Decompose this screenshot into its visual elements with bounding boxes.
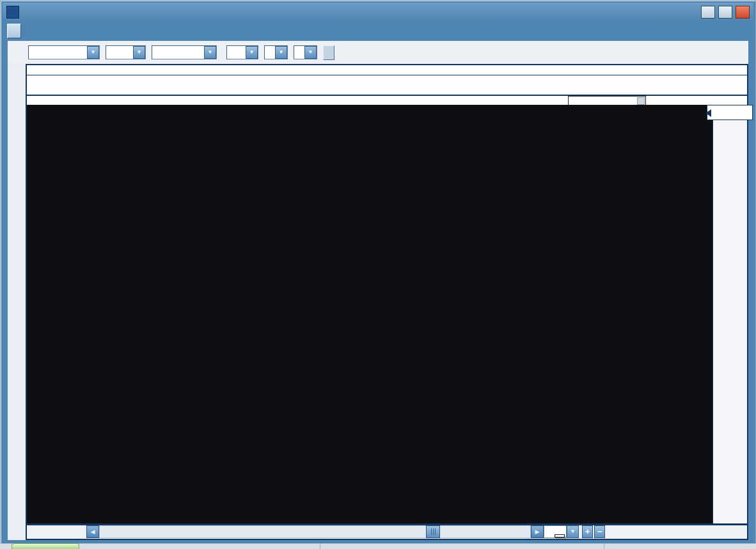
chart-frame: ◀ ▶ ▼ + −: [26, 64, 748, 540]
chart-style-value: [152, 46, 204, 59]
chevron-down-icon[interactable]: ▼: [304, 46, 317, 59]
bottom-status-bar: ◀ ▶ ▼ + −: [27, 523, 747, 539]
title-bar[interactable]: [3, 3, 753, 22]
symbol-combo[interactable]: ▼: [28, 45, 100, 59]
input-method-tooltip: [555, 534, 565, 537]
price-pointer-tag: [707, 105, 753, 120]
scroll-right-button[interactable]: ▶: [531, 525, 544, 538]
candlestick-chart-canvas[interactable]: [27, 105, 713, 523]
subchart-window: ▼ ▼ ▼ ▼ ▼ ▼: [0, 0, 756, 544]
datebox-handle-icon[interactable]: [637, 97, 645, 105]
zoom-in-button[interactable]: +: [582, 525, 593, 538]
drawing-tool-strip: [8, 64, 26, 540]
maximize-button[interactable]: [718, 6, 732, 19]
chart-count-toggle-button[interactable]: [7, 24, 21, 38]
app-icon: [6, 6, 19, 19]
chevron-down-icon[interactable]: ▼: [133, 46, 145, 59]
chart-style-combo[interactable]: ▼: [152, 45, 217, 59]
chevron-down-icon[interactable]: ▼: [275, 46, 287, 59]
client-area: ▼ ▼ ▼ ▼ ▼ ▼: [8, 41, 748, 540]
scroll-left-button[interactable]: ◀: [86, 525, 99, 538]
close-button[interactable]: [736, 6, 750, 19]
cursor-ohlc-line: [27, 65, 747, 75]
chevron-down-icon[interactable]: ▼: [87, 46, 99, 59]
price-axis: [713, 105, 747, 523]
top-strip: [7, 22, 749, 41]
extra-combo-3[interactable]: ▼: [294, 45, 317, 59]
symbol-value: [29, 46, 87, 59]
scrollbar-track[interactable]: [99, 525, 531, 538]
time-axis: [27, 95, 747, 104]
taskbar-green-tab[interactable]: [12, 543, 79, 549]
chevron-down-icon[interactable]: ▼: [246, 46, 258, 59]
extra-combo-1[interactable]: ▼: [226, 45, 258, 59]
extra-combo-2[interactable]: ▼: [264, 45, 288, 59]
chevron-down-icon[interactable]: ▼: [204, 46, 216, 59]
chart-plot-area[interactable]: [27, 105, 713, 523]
search-button[interactable]: [323, 45, 335, 60]
zoom-out-button[interactable]: −: [594, 525, 605, 538]
range-ohlc: [30, 527, 86, 536]
indicator-info-lines: [27, 75, 747, 95]
chart-toolbar: ▼ ▼ ▼ ▼ ▼ ▼: [8, 41, 748, 64]
timeframe-value: [106, 46, 133, 59]
taskbar: [0, 543, 756, 549]
minimize-button[interactable]: [701, 6, 715, 19]
timeframe-combo[interactable]: ▼: [106, 45, 146, 59]
scrollbar-thumb[interactable]: [426, 525, 440, 538]
bar-count-dropdown-icon[interactable]: ▼: [567, 525, 579, 538]
